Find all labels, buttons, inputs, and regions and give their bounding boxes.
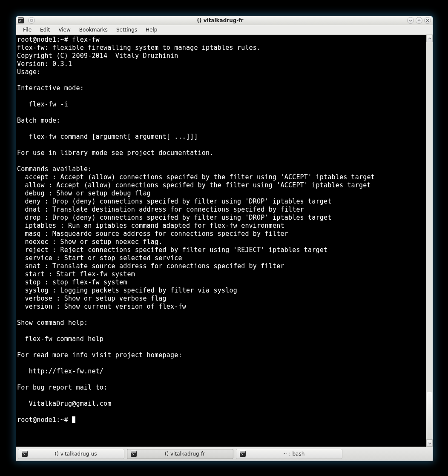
scroll-down-button[interactable] xyxy=(426,439,433,447)
output-line: Show command help: xyxy=(17,319,88,327)
output-line: Version: 0.3.1 xyxy=(17,60,72,68)
terminal-icon: > xyxy=(131,451,137,457)
output-line: Batch mode: xyxy=(17,117,60,124)
output-line: Copyright (C) 2009-2014 Vitaly Druzhinin xyxy=(17,52,178,60)
menu-edit[interactable]: Edit xyxy=(36,25,54,34)
svg-text:>: > xyxy=(132,453,134,456)
svg-text:>: > xyxy=(23,453,25,456)
output-line: service : Start or stop selected service xyxy=(17,254,182,262)
output-line: iptables : Run an iptables command adapt… xyxy=(17,222,284,229)
svg-text:>: > xyxy=(241,453,243,456)
app-menu-button[interactable] xyxy=(28,17,35,24)
task-label: () vitalkadrug-fr xyxy=(140,451,230,457)
terminal-icon: > xyxy=(22,451,28,457)
menu-help[interactable]: Help xyxy=(141,25,161,34)
prompt: root@node1:~# xyxy=(17,416,72,424)
output-line: flex-fw -i xyxy=(17,100,68,108)
menu-file[interactable]: File xyxy=(19,25,36,34)
window-title: () vitalkadrug-fr xyxy=(35,17,405,23)
terminal-icon: > xyxy=(240,451,246,457)
output-line: syslog : Logging packets specifed by fil… xyxy=(17,287,237,294)
task-label: ~ : bash xyxy=(249,451,339,457)
command: flex-fw xyxy=(72,36,100,43)
output-line: verbose : Show or setup verbose flag xyxy=(17,295,167,302)
output-line: http://flex-fw.net/ xyxy=(17,367,103,375)
svg-text:>: > xyxy=(19,19,21,23)
output-line: reject : Reject connections specifed by … xyxy=(17,246,327,254)
output-line: allow : Accept (allow) connections speci… xyxy=(17,181,371,189)
output-line: For bug report mail to: xyxy=(17,384,107,391)
output-line: version : Show current version of flex-f… xyxy=(17,303,186,310)
output-line: deny : Drop (deny) connections specifed … xyxy=(17,198,331,205)
menu-bookmarks[interactable]: Bookmarks xyxy=(75,25,112,34)
output-line: start : Start flex-fw system xyxy=(17,270,135,278)
output-line: For use in library mode see project docu… xyxy=(17,149,214,157)
terminal[interactable]: root@node1:~# flex-fw flex-fw: flexible … xyxy=(16,35,426,447)
output-line: noexec : Show or setup noexec flag. xyxy=(17,238,163,246)
menubar: File Edit View Bookmarks Settings Help xyxy=(16,25,433,35)
output-line: accept : Accept (allow) connections spec… xyxy=(17,173,375,181)
prompt: root@node1:~# xyxy=(17,36,72,43)
output-line: flex-fw: flexible firewalling system to … xyxy=(17,44,261,52)
output-line: Usage: xyxy=(17,68,40,76)
output-line: masq : Masquearde source address for con… xyxy=(17,230,288,238)
task-vitalkadrug-us[interactable]: > () vitalkadrug-us xyxy=(18,449,124,459)
menu-settings[interactable]: Settings xyxy=(112,25,141,34)
menu-view[interactable]: View xyxy=(54,25,75,34)
scroll-up-button[interactable] xyxy=(426,35,433,42)
output-line: stop : stop flex-fw system xyxy=(17,278,127,286)
output-line: flex-fw command [argument[ argument[ ...… xyxy=(17,133,198,141)
output-line: snat : Translate source address for conn… xyxy=(17,262,284,270)
svg-point-3 xyxy=(30,19,33,22)
output-line: For read more info visit project homepag… xyxy=(17,351,182,359)
minimize-button[interactable] xyxy=(407,17,414,24)
output-line: flex-fw command help xyxy=(17,335,103,343)
task-label: () vitalkadrug-us xyxy=(31,451,121,457)
output-line: drop : Drop (deny) connections specifed … xyxy=(17,214,331,221)
titlebar[interactable]: > () vitalkadrug-fr xyxy=(16,16,433,25)
taskbar: > () vitalkadrug-us > () vitalkadrug-fr … xyxy=(16,447,433,461)
task-vitalkadrug-fr[interactable]: > () vitalkadrug-fr xyxy=(127,449,233,459)
app-icon: > xyxy=(18,17,24,23)
close-button[interactable] xyxy=(424,17,431,24)
cursor-icon xyxy=(72,416,75,423)
output-line: VitalkaDrug@gmail.com xyxy=(17,400,112,407)
terminal-container: root@node1:~# flex-fw flex-fw: flexible … xyxy=(16,35,433,447)
scrollbar[interactable] xyxy=(426,35,433,447)
task-bash[interactable]: > ~ : bash xyxy=(236,449,342,459)
output-line: debug : Show or setup debug flag xyxy=(17,189,151,197)
app-window: > () vitalkadrug-fr File Edit View Bookm… xyxy=(16,16,433,461)
scrollbar-thumb[interactable] xyxy=(427,392,432,439)
output-line: Commands available: xyxy=(17,165,92,173)
output-line: Interactive mode: xyxy=(17,84,84,92)
scrollbar-track[interactable] xyxy=(426,42,433,439)
output-line: dnat : Translate destination address for… xyxy=(17,206,304,213)
maximize-button[interactable] xyxy=(416,17,422,24)
